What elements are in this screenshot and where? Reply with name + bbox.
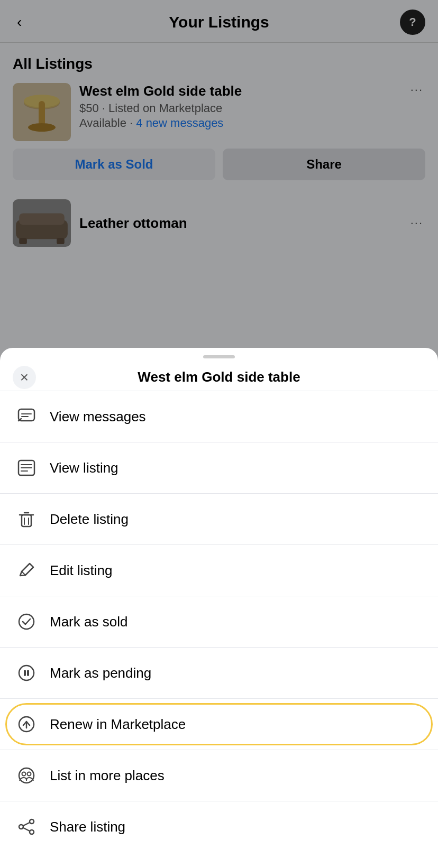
svg-point-23 [19, 666, 34, 680]
check-circle-icon [15, 610, 38, 633]
svg-line-21 [22, 571, 25, 575]
menu-item-view-listing[interactable]: View listing [0, 442, 438, 494]
list-icon [15, 456, 38, 479]
menu-item-share-listing[interactable]: Share listing [0, 801, 438, 852]
svg-rect-24 [24, 670, 26, 676]
sheet-handle [203, 355, 235, 358]
menu-item-edit-listing[interactable]: Edit listing [0, 545, 438, 596]
menu-list: View messages View listing [0, 391, 438, 852]
pencil-icon [15, 559, 38, 582]
pause-circle-icon [15, 661, 38, 685]
upload-circle-icon [15, 713, 38, 736]
svg-rect-25 [27, 670, 29, 676]
svg-line-34 [23, 823, 30, 826]
sheet-close-button[interactable]: × [13, 366, 36, 389]
menu-label-list-more-places: List in more places [50, 768, 165, 784]
trash-icon [15, 507, 38, 531]
menu-item-renew-marketplace[interactable]: Renew in Marketplace [0, 699, 438, 750]
svg-line-35 [23, 828, 30, 831]
chat-icon [15, 405, 38, 428]
svg-point-32 [19, 825, 23, 829]
svg-point-33 [30, 830, 34, 834]
menu-label-renew-marketplace: Renew in Marketplace [50, 716, 186, 733]
menu-label-delete-listing: Delete listing [50, 511, 129, 528]
svg-point-31 [30, 819, 34, 824]
sheet-title: West elm Gold side table [138, 369, 300, 385]
menu-label-edit-listing: Edit listing [50, 562, 113, 579]
menu-item-delete-listing[interactable]: Delete listing [0, 494, 438, 545]
menu-item-list-more-places[interactable]: List in more places [0, 750, 438, 801]
people-circle-icon [15, 764, 38, 787]
menu-item-mark-sold[interactable]: Mark as sold [0, 596, 438, 648]
menu-item-mark-pending[interactable]: Mark as pending [0, 648, 438, 699]
menu-label-mark-pending: Mark as pending [50, 665, 151, 681]
share-icon [15, 815, 38, 838]
menu-label-share-listing: Share listing [50, 819, 125, 835]
svg-point-22 [19, 614, 34, 629]
svg-point-29 [22, 772, 26, 776]
menu-label-mark-sold: Mark as sold [50, 614, 127, 630]
svg-rect-16 [22, 515, 31, 527]
svg-point-30 [28, 772, 31, 776]
menu-label-view-listing: View listing [50, 460, 118, 476]
sheet-header: × West elm Gold side table [0, 364, 438, 391]
menu-item-view-messages[interactable]: View messages [0, 391, 438, 442]
menu-label-view-messages: View messages [50, 409, 146, 425]
bottom-sheet: × West elm Gold side table View messages [0, 348, 438, 868]
